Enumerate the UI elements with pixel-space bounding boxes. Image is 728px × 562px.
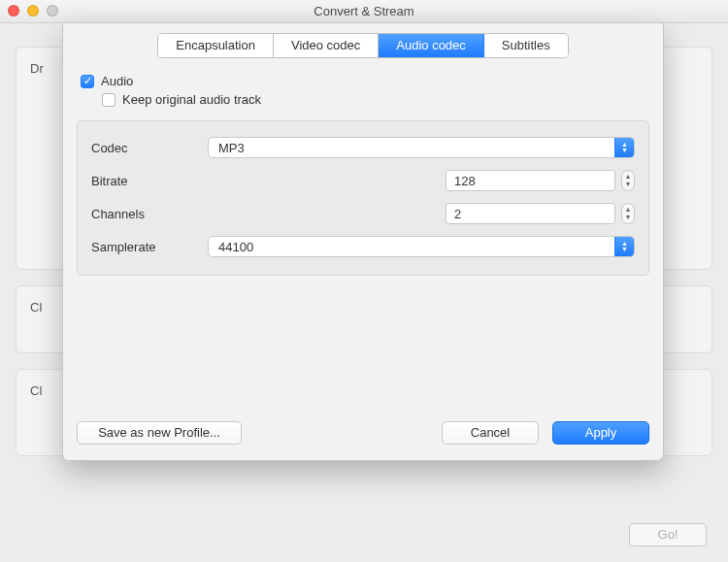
codec-tabs: Encapsulation Video codec Audio codec Su… [157,33,568,58]
samplerate-select[interactable]: 44100 ▲▼ [208,236,635,257]
channels-label: Channels [91,207,208,221]
keep-original-track-label: Keep original audio track [122,92,261,107]
tab-encapsulation[interactable]: Encapsulation [158,34,274,57]
audio-enable-label: Audio [101,74,133,88]
updown-icon: ▲▼ [614,138,634,157]
updown-icon: ▲▼ [614,237,634,256]
bitrate-label: Bitrate [91,174,208,188]
window-title: Convert & Stream [314,4,414,18]
bitrate-stepper[interactable]: ▲▼ [621,170,635,191]
background-panel-label: Dr [30,61,44,76]
audio-settings-panel: Codec MP3 ▲▼ Bitrate ▲▼ Channels [77,120,649,276]
minimize-window-icon[interactable] [27,5,39,17]
close-window-icon[interactable] [8,5,19,17]
background-panel-label: Cl [30,383,42,398]
window-titlebar: Convert & Stream [0,0,728,23]
audio-enable-checkbox[interactable] [81,75,94,88]
background-panel-label: Cl [30,300,42,314]
codec-label: Codec [91,141,208,155]
tab-subtitles[interactable]: Subtitles [484,34,568,57]
save-as-new-profile-button[interactable]: Save as new Profile... [77,421,242,445]
tab-video-codec[interactable]: Video codec [274,34,379,57]
tab-audio-codec[interactable]: Audio codec [379,34,484,57]
go-button: Go! [629,523,707,546]
keep-original-track-checkbox[interactable] [102,93,116,107]
bitrate-input[interactable] [446,170,615,191]
channels-stepper[interactable]: ▲▼ [621,203,635,224]
channels-input[interactable] [446,203,615,224]
traffic-lights [8,5,58,17]
codec-select[interactable]: MP3 ▲▼ [208,137,635,158]
profile-edit-sheet: Encapsulation Video codec Audio codec Su… [62,23,664,461]
codec-select-value: MP3 [218,141,245,155]
cancel-button[interactable]: Cancel [442,421,539,445]
zoom-window-icon [47,5,58,17]
apply-button[interactable]: Apply [552,421,649,445]
samplerate-select-value: 44100 [218,240,253,254]
samplerate-label: Samplerate [91,240,208,254]
